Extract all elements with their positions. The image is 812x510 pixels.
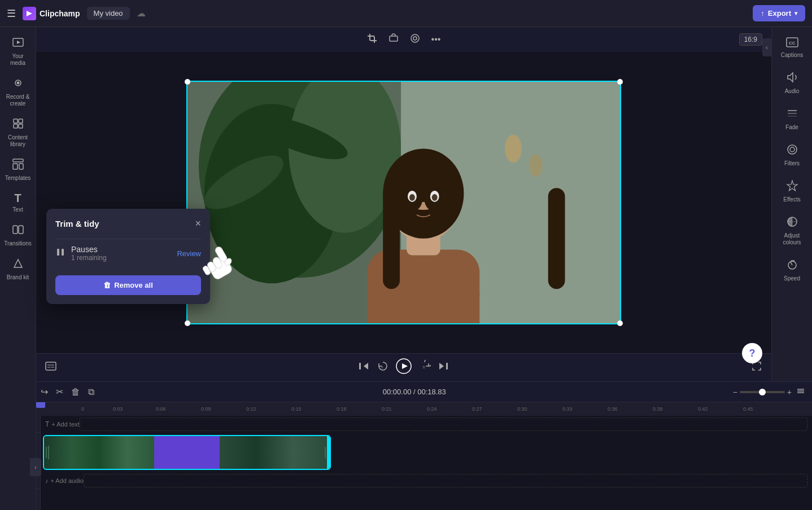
timeline-toolbar: ↩ ↪ ✂ 🗑 ⧉ 00:00.00 / 00:18.83 − + bbox=[0, 382, 812, 402]
timeline-expand-button[interactable] bbox=[796, 386, 805, 398]
svg-rect-6 bbox=[14, 124, 18, 128]
play-button[interactable] bbox=[396, 358, 412, 377]
speed-icon bbox=[786, 258, 798, 274]
svg-rect-4 bbox=[14, 119, 18, 123]
review-button[interactable]: Review bbox=[177, 249, 201, 258]
svg-rect-42 bbox=[359, 363, 361, 370]
zoom-thumb bbox=[759, 389, 766, 395]
export-button[interactable]: ↑ Export ▾ bbox=[753, 5, 805, 21]
hamburger-icon[interactable]: ☰ bbox=[7, 7, 16, 20]
pauses-name: Pauses bbox=[71, 245, 107, 254]
sidebar-expand-button[interactable]: › bbox=[30, 458, 41, 476]
zoom-out-button[interactable]: − bbox=[733, 388, 737, 397]
audio-settings-button[interactable] bbox=[408, 31, 422, 48]
help-button[interactable]: ? bbox=[742, 343, 762, 363]
more-options-button[interactable]: ••• bbox=[429, 32, 443, 47]
caption-toggle-button[interactable] bbox=[45, 362, 56, 373]
sidebar-label-templates: Templates bbox=[5, 175, 31, 182]
text-track-row: T + Add text bbox=[41, 416, 812, 433]
rewind-button[interactable] bbox=[357, 360, 370, 375]
clip-segment-1 bbox=[44, 436, 154, 469]
svg-rect-17 bbox=[390, 36, 398, 41]
svg-point-29 bbox=[529, 154, 543, 177]
export-chevron-icon: ▾ bbox=[794, 10, 797, 16]
handle-top-left[interactable] bbox=[185, 79, 190, 85]
svg-point-28 bbox=[505, 135, 522, 163]
project-name[interactable]: My video bbox=[87, 7, 130, 20]
left-sidebar: Your media Record & create Content libra… bbox=[0, 27, 36, 510]
handle-top-right[interactable] bbox=[617, 79, 623, 85]
pauses-icon bbox=[55, 247, 66, 260]
help-icon: ? bbox=[749, 348, 756, 359]
filters-icon bbox=[786, 143, 798, 159]
playback-center: 5 5 bbox=[357, 358, 450, 377]
svg-rect-63 bbox=[62, 249, 64, 256]
video-clip-strip[interactable] bbox=[43, 435, 331, 470]
tracks-content: T + Add text bbox=[41, 416, 812, 510]
handle-bottom-right[interactable] bbox=[617, 320, 623, 326]
rs-item-adjust-colours[interactable]: Adjust colours bbox=[773, 210, 811, 252]
zoom-in-button[interactable]: + bbox=[787, 388, 792, 397]
svg-rect-8 bbox=[13, 159, 23, 162]
aspect-ratio-selector[interactable]: 16:9 bbox=[739, 33, 762, 46]
redo-button[interactable]: ↪ bbox=[39, 385, 50, 399]
add-text-label: + Add text bbox=[51, 421, 79, 428]
cloud-icon: ☁ bbox=[137, 8, 146, 19]
duplicate-button[interactable]: ⧉ bbox=[86, 385, 96, 399]
trim-tidy-close-button[interactable]: × bbox=[195, 218, 201, 230]
delete-button[interactable]: 🗑 bbox=[69, 385, 82, 399]
trim-tidy-row-left: Pauses 1 remaining bbox=[55, 245, 107, 262]
sidebar-item-transitions[interactable]: Transitions bbox=[2, 219, 34, 252]
svg-text:5: 5 bbox=[423, 366, 425, 369]
rs-item-filters[interactable]: Filters bbox=[773, 138, 811, 173]
crop-button[interactable] bbox=[365, 31, 379, 48]
forward-end-button[interactable] bbox=[438, 360, 450, 375]
sidebar-item-your-media[interactable]: Your media bbox=[2, 32, 34, 71]
rs-item-audio[interactable]: Audio bbox=[773, 65, 811, 100]
rs-item-captions[interactable]: CC Captions bbox=[773, 32, 811, 64]
back-5s-button[interactable]: 5 bbox=[377, 360, 389, 375]
svg-rect-12 bbox=[19, 226, 23, 234]
right-panel-collapse-button[interactable]: ‹ bbox=[762, 38, 771, 56]
audio-dashed-area bbox=[84, 474, 807, 487]
remove-icon: 🗑 bbox=[103, 281, 111, 289]
sidebar-label-text: Text bbox=[12, 206, 23, 213]
remove-all-button[interactable]: 🗑 Remove all bbox=[55, 275, 201, 295]
zoom-control: − + bbox=[733, 388, 792, 397]
trim-tidy-pauses-row: Pauses 1 remaining Review bbox=[55, 239, 201, 267]
content-library-icon bbox=[12, 117, 24, 133]
trim-tidy-header: Trim & tidy × bbox=[55, 218, 201, 230]
timeline: ↩ ↪ ✂ 🗑 ⧉ 00:00.00 / 00:18.83 − + 0 0:03… bbox=[0, 381, 812, 510]
resize-button[interactable] bbox=[386, 31, 401, 48]
audio-icon bbox=[786, 71, 798, 86]
brand-kit-icon bbox=[12, 257, 24, 272]
add-text-button[interactable]: T + Add text bbox=[45, 420, 80, 428]
sidebar-item-record[interactable]: Record & create bbox=[2, 72, 34, 112]
add-audio-button[interactable]: ♪ + Add audio bbox=[45, 477, 84, 484]
preview-toolbar: ••• 16:9 bbox=[36, 27, 771, 52]
svg-rect-46 bbox=[446, 363, 448, 370]
sidebar-item-content-library[interactable]: Content library bbox=[2, 113, 34, 152]
rs-item-fade[interactable]: Fade bbox=[773, 102, 811, 137]
sidebar-item-templates[interactable]: Templates bbox=[2, 153, 34, 186]
sidebar-item-text[interactable]: T Text bbox=[2, 187, 34, 218]
zoom-slider[interactable] bbox=[740, 391, 785, 393]
forward-5s-button[interactable]: 5 bbox=[418, 360, 431, 375]
clip-right-handle[interactable] bbox=[327, 436, 330, 469]
rs-item-effects[interactable]: Effects bbox=[773, 174, 811, 209]
export-label: Export bbox=[768, 9, 791, 17]
rs-item-speed[interactable]: Speed bbox=[773, 253, 811, 288]
sidebar-item-brand-kit[interactable]: Brand kit bbox=[2, 253, 34, 285]
svg-point-19 bbox=[413, 37, 417, 40]
rs-label-filters: Filters bbox=[784, 160, 800, 167]
svg-rect-62 bbox=[57, 249, 59, 256]
svg-rect-36 bbox=[548, 188, 565, 289]
svg-point-53 bbox=[790, 147, 794, 152]
timeline-ruler: 0 0:03 0:06 0:09 0:12 0:15 0:18 0:21 0:2… bbox=[0, 402, 812, 416]
add-audio-label: + Add audio bbox=[51, 477, 84, 484]
cut-button[interactable]: ✂ bbox=[54, 385, 65, 399]
handle-bottom-left[interactable] bbox=[185, 320, 190, 326]
video-placeholder bbox=[187, 82, 620, 323]
your-media-icon bbox=[12, 36, 24, 51]
text-dashed-area bbox=[80, 417, 807, 431]
